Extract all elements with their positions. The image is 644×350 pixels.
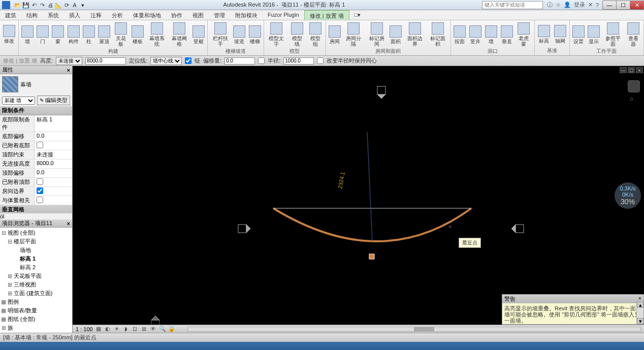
warning-scroll-down[interactable]: ▾	[637, 318, 643, 324]
ribbon-button[interactable]: 屋顶	[98, 24, 111, 45]
ribbon-button[interactable]: 面积	[389, 24, 402, 45]
property-group[interactable]: 垂直网格	[0, 205, 72, 213]
qat-sync-icon[interactable]: ⟳	[63, 2, 70, 9]
horizontal-scrollbar[interactable]	[187, 327, 641, 332]
crop-region-icon[interactable]: ⊞	[141, 326, 148, 333]
tree-node[interactable]: ⊞ 族	[1, 324, 71, 332]
ribbon-tab[interactable]: 视图	[187, 10, 209, 20]
ribbon-button[interactable]: 幕墙网格	[169, 21, 190, 48]
property-value[interactable]: 未连接	[35, 150, 72, 159]
ribbon-tab[interactable]: 系统	[43, 10, 64, 20]
drawing-canvas[interactable]: — ☐ × ⌂ 2324.1	[73, 66, 644, 325]
infocenter-icon[interactable]: ⓘ	[547, 1, 553, 9]
tree-expander-icon[interactable]: ⊟	[1, 230, 6, 236]
ribbon-button[interactable]: 模型文字	[266, 21, 287, 48]
qat-open-icon[interactable]: 📂	[14, 2, 21, 9]
ribbon-button[interactable]: 栏杆扶手	[210, 21, 231, 48]
property-value[interactable]	[35, 141, 72, 150]
tree-expander-icon[interactable]: ▦	[1, 299, 6, 305]
lock-icon[interactable]: 🔒	[168, 326, 175, 333]
chain-checkbox[interactable]	[185, 57, 191, 64]
properties-close-icon[interactable]: ×	[67, 67, 70, 73]
property-value[interactable]	[35, 196, 72, 205]
tree-node[interactable]: ▦ 图例	[1, 298, 71, 306]
ribbon-button[interactable]: 面积边界	[404, 21, 425, 48]
radius-input[interactable]	[283, 57, 314, 65]
windows-taskbar[interactable]	[0, 342, 644, 350]
ribbon-button[interactable]: 标记房间	[366, 21, 387, 48]
radius-checkbox[interactable]	[258, 57, 265, 64]
ribbon-button[interactable]: 门	[36, 24, 49, 45]
ribbon-button[interactable]: 竖井	[469, 24, 482, 45]
browser-close-icon[interactable]: ×	[67, 220, 70, 227]
user-icon[interactable]: 👤	[564, 2, 571, 8]
qat-print-icon[interactable]: 🖨	[47, 2, 54, 9]
property-value[interactable]	[35, 187, 72, 196]
tree-node[interactable]: 标高 2	[1, 263, 71, 272]
ribbon-button[interactable]: 构件	[67, 24, 80, 45]
ribbon-button[interactable]: 楼梯	[248, 24, 261, 45]
tree-node[interactable]: 标高 1	[1, 254, 71, 263]
visual-style-icon[interactable]: ◐	[104, 326, 111, 333]
ribbon-button[interactable]: 显示	[587, 24, 600, 45]
ribbon-tab[interactable]: 修改 | 放置 墙	[304, 10, 349, 20]
ribbon-button[interactable]: 房间	[328, 24, 341, 45]
help-icon[interactable]: ?	[596, 2, 599, 8]
shadows-icon[interactable]: ◗	[122, 326, 130, 333]
property-value[interactable]: 标高 1	[35, 115, 72, 132]
ribbon-tab[interactable]: 协作	[166, 10, 187, 20]
ribbon-button[interactable]: 窗	[51, 24, 65, 45]
location-line-select[interactable]: 墙中心线	[150, 57, 182, 65]
qat-redo-icon[interactable]: ↷	[39, 2, 46, 9]
tree-expander-icon[interactable]: ▦	[1, 316, 6, 323]
ribbon-button[interactable]: 天花板	[113, 21, 129, 48]
ribbon-tab-extra[interactable]: □▾	[349, 10, 366, 20]
ribbon-button[interactable]: 老虎窗	[516, 21, 532, 48]
tree-node[interactable]: ⊞ 组	[1, 332, 71, 333]
ribbon-button[interactable]: 设置	[572, 24, 585, 45]
hide-icon[interactable]: 👁	[150, 326, 157, 333]
ribbon-button[interactable]: 轴网	[553, 24, 567, 45]
ribbon-button[interactable]: 修改	[2, 24, 16, 45]
ribbon-button[interactable]: 墙	[21, 24, 34, 45]
ribbon-tab[interactable]: 注释	[85, 10, 107, 20]
ribbon-button[interactable]: 标高	[537, 24, 551, 45]
tree-node[interactable]: ⊞ 三维视图	[1, 280, 71, 289]
login-link[interactable]: 登录	[574, 1, 585, 9]
qat-measure-icon[interactable]: 📐	[55, 2, 62, 9]
tree-expander-icon[interactable]: ⊞	[7, 273, 12, 279]
ribbon-button[interactable]: 坡道	[233, 24, 246, 45]
tree-node[interactable]: ▦ 明细表/数量	[1, 306, 71, 315]
ribbon-tab[interactable]: 插入	[64, 10, 85, 20]
type-selector[interactable]: 新建 墙	[2, 97, 35, 105]
tree-node[interactable]: ▦ 图纸 (全部)	[1, 315, 71, 324]
edit-type-button[interactable]: ✎ 编辑类型	[37, 96, 70, 105]
qat-more-icon[interactable]: ▾	[79, 2, 86, 9]
ribbon-button[interactable]: 参照平面	[602, 21, 623, 48]
property-value[interactable]: 0.0	[35, 132, 72, 141]
ribbon-button[interactable]: 幕墙系统	[146, 21, 167, 48]
netspeed-widget[interactable]: 0.3K/s 0K/s 30%	[615, 182, 641, 209]
ribbon-button[interactable]: 模型线	[289, 21, 305, 48]
ribbon-button[interactable]: 按面	[453, 24, 467, 45]
tree-node[interactable]: ⊞ 天花板平面	[1, 272, 71, 280]
property-value[interactable]: 0.0	[35, 169, 72, 177]
ribbon-tab[interactable]: 结构	[21, 10, 43, 20]
close-button[interactable]: ✕	[630, 1, 644, 10]
ribbon-tab[interactable]: 体量和场地	[128, 10, 166, 20]
detail-level-icon[interactable]: ▦	[95, 326, 102, 333]
tree-expander-icon[interactable]: ▦	[1, 307, 6, 314]
scale-label[interactable]: 1 : 100	[76, 326, 93, 332]
ribbon-button[interactable]: 垂直	[500, 24, 513, 45]
reveal-icon[interactable]: 🔍	[159, 326, 166, 333]
ribbon-tab[interactable]: Fuzor Plugin	[263, 10, 304, 20]
crop-icon[interactable]: ⊡	[132, 326, 139, 333]
tree-expander-icon[interactable]: ⊞	[1, 325, 6, 331]
tree-node[interactable]: ⊟ 视图 (全部)	[1, 229, 71, 237]
concentric-checkbox[interactable]	[317, 57, 324, 64]
tree-node[interactable]: ⊞ 立面 (建筑立面)	[1, 289, 71, 298]
property-value[interactable]	[35, 178, 72, 186]
ribbon-tab[interactable]: 建筑	[0, 10, 21, 20]
qat-undo-icon[interactable]: ↶	[30, 2, 38, 9]
qat-text-icon[interactable]: A	[71, 2, 78, 9]
